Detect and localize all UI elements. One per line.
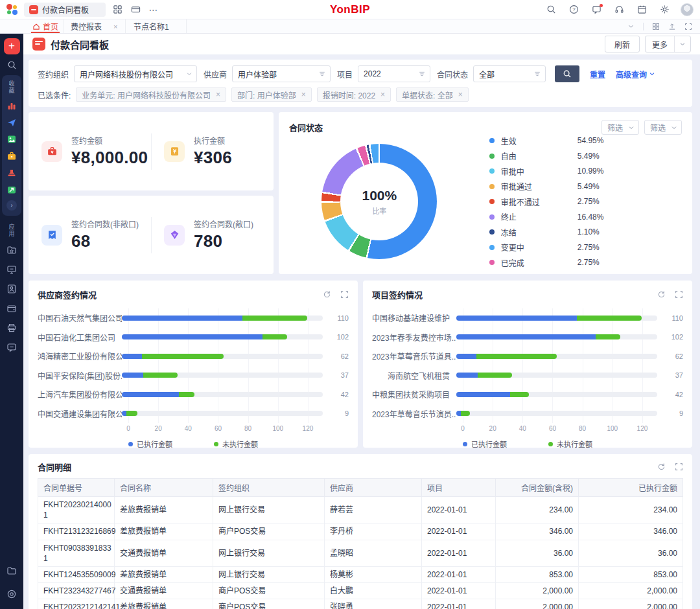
help-icon[interactable]: ?	[567, 3, 580, 16]
legend-item[interactable]: 自由 5.49%	[489, 150, 651, 161]
legend-item[interactable]: 审批通过 5.49%	[489, 181, 651, 192]
table-row[interactable]: FKHT232343277467交通费报销单商户POS交易白大鹏2022-01-…	[38, 583, 683, 599]
bar-row[interactable]: 2023年草莓音乐节道具...62	[372, 347, 683, 366]
sidebar-search-icon[interactable]	[7, 60, 17, 70]
card-view-icon[interactable]	[129, 3, 142, 16]
legend-item[interactable]: 已执行金额	[128, 439, 172, 449]
refresh-icon[interactable]	[657, 290, 666, 299]
bar-row[interactable]: 海南航空飞机租赁37	[372, 366, 683, 385]
workbench-grid-icon[interactable]	[111, 3, 124, 16]
expand-icon[interactable]	[675, 290, 683, 299]
bar-row[interactable]: 中国石油化工集团公司102	[38, 328, 349, 347]
folder-icon[interactable]	[3, 562, 20, 579]
send-icon[interactable]	[3, 114, 20, 131]
doc-user-icon[interactable]	[3, 281, 20, 297]
refresh-icon[interactable]	[657, 463, 666, 471]
folder-star-icon[interactable]	[3, 242, 20, 259]
table-row[interactable]: FKHT124535509009差旅费报销单网上银行交易杨莫彬2022-01-0…	[38, 566, 683, 582]
bar-row[interactable]: 上海汽车集团股份有限公司42	[38, 385, 349, 404]
tab-expense-report[interactable]: 费控报表 ×	[64, 19, 126, 33]
table-row[interactable]: FKHT090383918331交通费报销单网上银行交易孟晓昭2022-01-0…	[38, 540, 683, 566]
tab-node-name[interactable]: 节点名称1	[126, 19, 187, 33]
table-column-header[interactable]: 合同单据号	[38, 479, 115, 497]
expand-icon[interactable]	[684, 23, 692, 30]
more-dots-icon[interactable]: ⋯	[147, 3, 160, 16]
search-button[interactable]	[555, 65, 579, 82]
settings-target-icon[interactable]	[3, 586, 20, 603]
table-row[interactable]: FKHT202302140001差旅费报销单网上银行交易薛若芸2022-01-0…	[38, 497, 683, 523]
headset-icon[interactable]	[612, 3, 625, 16]
legend-item[interactable]: 审批不通过 2.75%	[489, 196, 651, 207]
grid-small-icon[interactable]	[652, 23, 660, 30]
table-column-header[interactable]: 供应商	[325, 479, 422, 497]
share-icon[interactable]	[3, 181, 20, 198]
bar-row[interactable]: 2023年春季友费控市场...102	[372, 328, 683, 347]
bar-row[interactable]: 鸿海精密工业股份有限公司62	[38, 347, 349, 366]
legend-item[interactable]: 终止 16.48%	[489, 211, 651, 222]
legend-item[interactable]: 生效 54.95%	[489, 135, 651, 146]
message-icon[interactable]	[590, 3, 603, 16]
chevron-down-icon[interactable]	[627, 23, 635, 30]
user-avatar[interactable]	[681, 3, 694, 16]
contract-status-donut-chart[interactable]: 100% 比率	[321, 144, 437, 259]
more-button[interactable]: 更多	[645, 36, 691, 52]
chat-icon[interactable]	[3, 339, 20, 356]
refresh-icon[interactable]	[323, 290, 331, 299]
table-column-header[interactable]: 合同金额(含税)	[496, 479, 579, 497]
table-column-header[interactable]: 项目	[422, 479, 496, 497]
close-tab-icon[interactable]: ×	[113, 23, 117, 30]
search-icon[interactable]	[544, 3, 557, 16]
table-column-header[interactable]: 合同名称	[115, 479, 213, 497]
legend-item[interactable]: 未执行金额	[214, 439, 258, 449]
legend-item[interactable]: 审批中 10.99%	[489, 166, 651, 177]
bar-row[interactable]: 中国交通建设集团有限公司9	[38, 404, 349, 424]
filter-input-0[interactable]: 用户网络科技股份有限公司	[74, 65, 197, 82]
remove-tag-icon[interactable]: ×	[380, 90, 385, 99]
table-row[interactable]: FKHT2023212142141差旅费报销单商户POS交易张晓勇2022-01…	[38, 599, 683, 609]
upload-icon[interactable]	[668, 23, 676, 30]
remove-tag-icon[interactable]: ×	[301, 90, 306, 99]
chart-icon[interactable]	[3, 97, 20, 114]
bar-row[interactable]: 2023年草莓音乐节演员...9	[372, 404, 683, 424]
filter-input-3[interactable]: 全部	[473, 65, 546, 82]
legend-item[interactable]: 冻结 1.10%	[489, 227, 651, 238]
legend-item[interactable]: 变更中 2.75%	[489, 242, 651, 253]
filter-select-0[interactable]: 筛选	[601, 120, 639, 135]
bar-value-label: 37	[329, 371, 349, 379]
tab-home[interactable]: 首页	[27, 19, 64, 33]
table-column-header[interactable]: 签约组织	[213, 479, 325, 497]
gear-icon[interactable]	[658, 3, 671, 16]
remove-tag-icon[interactable]: ×	[216, 90, 220, 99]
image-icon[interactable]	[3, 131, 20, 148]
expand-icon[interactable]	[340, 290, 349, 299]
filter-select-1[interactable]: 筛选	[644, 120, 682, 135]
legend-item[interactable]: 已完成 2.75%	[489, 257, 651, 268]
bar-row[interactable]: 中国平安保险(集团)股份...37	[38, 366, 349, 385]
briefcase-icon[interactable]	[3, 148, 20, 165]
table-row[interactable]: FKHT213123216869差旅费报销单商户POS交易李丹桥2022-01-…	[38, 523, 683, 540]
legend-item[interactable]: 未执行金额	[548, 439, 592, 449]
calendar-icon[interactable]	[635, 3, 648, 16]
favorites-expand-icon[interactable]: ›	[6, 200, 17, 211]
monitor-chat-icon[interactable]	[3, 261, 20, 278]
stamp-icon[interactable]	[3, 165, 20, 181]
advanced-query-link[interactable]: 高级查询	[616, 69, 655, 80]
bar-row[interactable]: 中粮集团扶贫采购项目42	[372, 385, 683, 404]
window-tab-payment-dashboard[interactable]: 付款合同看板	[24, 3, 106, 17]
wallet-icon[interactable]	[3, 300, 20, 317]
filter-input-2[interactable]: 2022	[358, 65, 430, 82]
chevron-down-icon[interactable]	[674, 36, 690, 52]
filter-input-1[interactable]: 用户体验部	[232, 65, 331, 82]
add-button[interactable]: +	[4, 38, 20, 54]
bar-row[interactable]: 中国移动基站建设维护110	[372, 308, 683, 328]
table-cell: 2022-01-01	[422, 583, 496, 599]
bar-row[interactable]: 中国石油天然气集团公司110	[38, 308, 349, 328]
home-icon	[32, 23, 40, 30]
legend-item[interactable]: 已执行金额	[463, 439, 507, 449]
remove-tag-icon[interactable]: ×	[458, 90, 463, 99]
printer-icon[interactable]	[3, 319, 20, 336]
refresh-button[interactable]: 刷新	[605, 36, 640, 52]
table-column-header[interactable]: 已执行金额	[579, 479, 683, 497]
reset-link[interactable]: 重置	[590, 69, 605, 80]
expand-icon[interactable]	[675, 463, 683, 471]
